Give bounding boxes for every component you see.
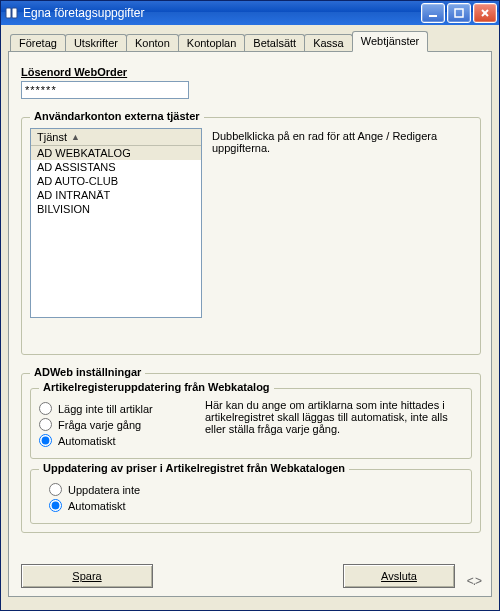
resize-grip-icon[interactable]: <.>: [463, 574, 481, 588]
svg-rect-3: [429, 15, 437, 17]
list-item[interactable]: AD AUTO-CLUB: [31, 174, 201, 188]
legend-external-accounts: Användarkonton externa tjäster: [30, 110, 204, 122]
radio-article-ask-label: Fråga varje gång: [58, 419, 141, 431]
tab-webtjanster[interactable]: Webtjänster: [352, 31, 429, 52]
list-item[interactable]: AD INTRANÄT: [31, 188, 201, 202]
password-input[interactable]: [21, 81, 189, 99]
close-dialog-button[interactable]: Avsluta: [343, 564, 455, 588]
article-update-explain: Här kan du ange om artiklarna som inte h…: [205, 399, 463, 450]
radio-price-auto-label: Automatiskt: [68, 500, 125, 512]
window-title: Egna företagsuppgifter: [23, 6, 419, 20]
svg-rect-1: [12, 8, 17, 18]
radio-article-ask[interactable]: Fråga varje gång: [39, 418, 189, 431]
service-listbox[interactable]: Tjänst ▲ AD WEBKATALOG AD ASSISTANS AD A…: [30, 128, 202, 318]
group-external-accounts: Användarkonton externa tjäster Tjänst ▲ …: [21, 117, 481, 355]
list-header[interactable]: Tjänst ▲: [31, 129, 201, 146]
radio-price-none-label: Uppdatera inte: [68, 484, 140, 496]
app-window: Egna företagsuppgifter Företag Utskrifte…: [0, 0, 500, 611]
radio-article-none[interactable]: Lägg inte till artiklar: [39, 402, 189, 415]
radio-price-none-input[interactable]: [49, 483, 62, 496]
radio-price-none[interactable]: Uppdatera inte: [49, 483, 463, 496]
tab-page-webtjanster: Lösenord WebOrder Användarkonton externa…: [8, 51, 492, 597]
save-button[interactable]: Spara: [21, 564, 153, 588]
radio-article-auto[interactable]: Automatiskt: [39, 434, 189, 447]
svg-rect-0: [6, 8, 11, 18]
group-article-update: Artikelregisteruppdatering från Webkatal…: [30, 388, 472, 459]
close-button[interactable]: [473, 3, 497, 23]
radio-article-auto-input[interactable]: [39, 434, 52, 447]
legend-adweb: ADWeb inställningar: [30, 366, 145, 378]
tab-foretag[interactable]: Företag: [10, 34, 66, 52]
svg-rect-4: [455, 9, 463, 17]
radio-article-ask-input[interactable]: [39, 418, 52, 431]
tab-kontoplan[interactable]: Kontoplan: [178, 34, 246, 52]
tab-konton[interactable]: Konton: [126, 34, 179, 52]
password-label: Lösenord WebOrder: [21, 66, 481, 78]
radio-article-none-label: Lägg inte till artiklar: [58, 403, 153, 415]
group-price-update: Uppdatering av priser i Artikelregistret…: [30, 469, 472, 524]
tab-utskrifter[interactable]: Utskrifter: [65, 34, 127, 52]
titlebar: Egna företagsuppgifter: [1, 1, 499, 25]
list-item[interactable]: AD WEBKATALOG: [31, 146, 201, 160]
tab-kassa[interactable]: Kassa: [304, 34, 353, 52]
list-item[interactable]: AD ASSISTANS: [31, 160, 201, 174]
minimize-button[interactable]: [421, 3, 445, 23]
bottom-bar: Spara Avsluta <.>: [21, 564, 481, 588]
list-item[interactable]: BILVISION: [31, 202, 201, 216]
tabstrip: Företag Utskrifter Konton Kontoplan Beta…: [10, 31, 492, 51]
radio-price-auto-input[interactable]: [49, 499, 62, 512]
legend-price-update: Uppdatering av priser i Artikelregistret…: [39, 462, 349, 474]
service-hint: Dubbelklicka på en rad för att Ange / Re…: [212, 128, 472, 318]
tab-betalsatt[interactable]: Betalsätt: [244, 34, 305, 52]
client-area: Företag Utskrifter Konton Kontoplan Beta…: [1, 25, 499, 610]
group-adweb: ADWeb inställningar Artikelregisteruppda…: [21, 373, 481, 533]
radio-article-none-input[interactable]: [39, 402, 52, 415]
app-icon: [5, 6, 19, 20]
maximize-button[interactable]: [447, 3, 471, 23]
radio-article-auto-label: Automatiskt: [58, 435, 115, 447]
radio-price-auto[interactable]: Automatiskt: [49, 499, 463, 512]
legend-article-update: Artikelregisteruppdatering från Webkatal…: [39, 381, 274, 393]
list-header-label: Tjänst: [37, 131, 67, 143]
sort-asc-icon: ▲: [71, 132, 80, 142]
